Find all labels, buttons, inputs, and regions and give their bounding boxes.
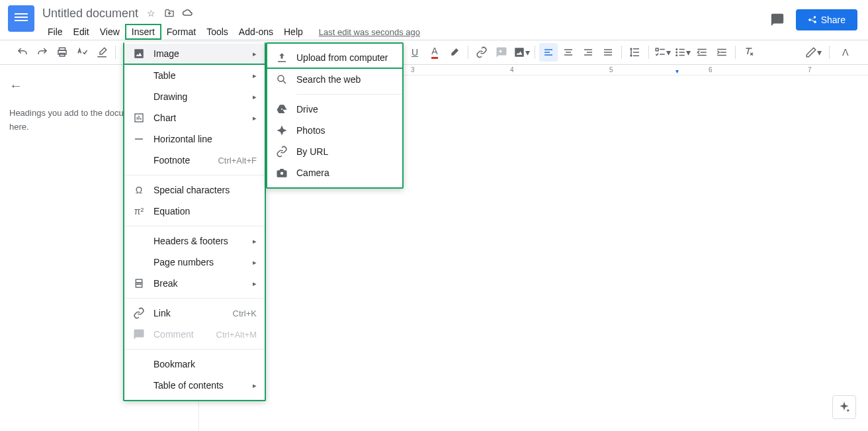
blank-icon [132, 379, 146, 392]
underline-icon[interactable]: U [406, 43, 424, 62]
close-outline-icon[interactable]: ← [9, 78, 25, 93]
insert-image-icon[interactable]: ▾ [512, 43, 531, 62]
drive-icon [275, 103, 288, 116]
ruler-tick: 5 [609, 66, 613, 73]
image-camera-item[interactable]: Camera [267, 162, 402, 183]
align-justify-icon[interactable] [599, 43, 617, 62]
share-button[interactable]: Share [796, 9, 857, 30]
menu-label: Table [153, 70, 253, 81]
menu-label: Chart [153, 113, 253, 123]
insert-bookmark-item[interactable]: Bookmark [124, 354, 265, 375]
insert-link-icon[interactable] [472, 43, 491, 62]
toolbar-separator [735, 46, 736, 59]
increase-indent-icon[interactable] [713, 43, 731, 62]
insert-link-item[interactable]: Link Ctrl+K [124, 303, 265, 324]
spellcheck-icon[interactable] [73, 43, 91, 62]
blank-icon [132, 69, 146, 82]
image-search-web-item[interactable]: Search the web [267, 69, 402, 90]
share-button-label: Share [821, 15, 846, 25]
image-by-url-item[interactable]: By URL [267, 141, 402, 162]
menu-shortcut: Ctrl+Alt+F [218, 156, 257, 166]
menu-format[interactable]: Format [161, 25, 201, 38]
ruler-tick: 3 [411, 66, 415, 73]
bulleted-list-icon[interactable]: ▾ [673, 43, 691, 62]
toolbar-separator [621, 46, 622, 59]
insert-special-chars-item[interactable]: Ω Special characters [124, 179, 265, 201]
redo-icon[interactable] [33, 43, 52, 62]
align-right-icon[interactable] [579, 43, 597, 62]
decrease-indent-icon[interactable] [693, 43, 711, 62]
toolbar-separator [829, 46, 830, 59]
ruler-tick: 6 [709, 66, 713, 73]
insert-menu-dropdown: Image ▸ Table ▸ Drawing ▸ Chart ▸ Horizo… [123, 42, 266, 401]
docs-app-icon[interactable] [8, 5, 34, 32]
image-submenu-dropdown: Upload from computer Search the web Driv… [266, 42, 404, 189]
print-icon[interactable] [53, 43, 71, 62]
last-edit-link[interactable]: Last edit was seconds ago [319, 27, 420, 37]
svg-rect-11 [136, 284, 142, 287]
right-indent-marker-icon[interactable]: ▾ [675, 68, 679, 75]
collapse-toolbar-icon[interactable]: ᐱ [836, 43, 855, 62]
link-icon [275, 145, 288, 158]
undo-icon[interactable] [13, 43, 32, 62]
submenu-arrow-icon: ▸ [253, 381, 257, 390]
menu-label: Image [153, 48, 253, 59]
menu-separator [124, 298, 265, 299]
menu-view[interactable]: View [95, 25, 125, 38]
submenu-arrow-icon: ▸ [253, 258, 257, 267]
insert-image-item[interactable]: Image ▸ [124, 44, 265, 65]
blank-icon [132, 256, 146, 269]
insert-chart-item[interactable]: Chart ▸ [124, 107, 265, 128]
insert-break-item[interactable]: Break ▸ [124, 273, 265, 294]
explore-button[interactable] [832, 395, 856, 419]
insert-page-numbers-item[interactable]: Page numbers ▸ [124, 252, 265, 273]
text-color-icon[interactable]: A [425, 43, 444, 62]
add-comment-icon[interactable] [492, 43, 511, 62]
blank-icon [132, 358, 146, 371]
image-upload-item[interactable]: Upload from computer [267, 48, 402, 69]
svg-point-12 [278, 75, 284, 81]
menu-label: Drive [296, 104, 394, 115]
star-icon[interactable]: ☆ [145, 7, 157, 19]
menu-edit[interactable]: Edit [68, 25, 95, 38]
submenu-arrow-icon: ▸ [253, 237, 257, 246]
menu-tools[interactable]: Tools [201, 25, 234, 38]
link-icon [132, 307, 146, 320]
editing-mode-icon[interactable]: ▾ [804, 43, 822, 62]
menu-file[interactable]: File [42, 25, 68, 38]
highlight-color-icon[interactable] [445, 43, 464, 62]
insert-hline-item[interactable]: Horizontal line [124, 128, 265, 150]
image-drive-item[interactable]: Drive [267, 99, 402, 120]
menu-label: By URL [296, 146, 394, 157]
cloud-status-icon[interactable] [182, 7, 194, 19]
svg-rect-10 [136, 279, 142, 283]
menu-label: Drawing [153, 91, 253, 102]
move-icon[interactable] [163, 7, 175, 19]
insert-headers-footers-item[interactable]: Headers & footers ▸ [124, 230, 265, 252]
insert-table-item[interactable]: Table ▸ [124, 65, 265, 86]
menu-label: Special characters [153, 185, 257, 195]
clear-formatting-icon[interactable] [740, 43, 758, 62]
menu-help[interactable]: Help [279, 25, 308, 38]
insert-equation-item[interactable]: π² Equation [124, 201, 265, 222]
paint-format-icon[interactable] [93, 43, 111, 62]
document-title[interactable]: Untitled document [42, 7, 138, 21]
svg-point-13 [281, 172, 284, 175]
insert-drawing-item[interactable]: Drawing ▸ [124, 86, 265, 107]
submenu-arrow-icon: ▸ [253, 93, 257, 101]
line-spacing-icon[interactable] [626, 43, 644, 62]
insert-toc-item[interactable]: Table of contents ▸ [124, 375, 265, 396]
menu-shortcut: Ctrl+K [233, 309, 257, 318]
align-left-icon[interactable] [539, 43, 558, 62]
checklist-icon[interactable]: ▾ [653, 43, 672, 62]
insert-footnote-item[interactable]: Footnote Ctrl+Alt+F [124, 150, 265, 171]
menu-insert[interactable]: Insert [125, 24, 161, 40]
image-photos-item[interactable]: Photos [267, 120, 402, 141]
ruler-tick: 7 [808, 66, 812, 73]
align-center-icon[interactable] [559, 43, 578, 62]
svg-point-7 [675, 54, 677, 56]
open-comments-icon[interactable] [768, 11, 787, 29]
menubar: File Edit View Insert Format Tools Add-o… [42, 24, 860, 40]
menu-addons[interactable]: Add-ons [234, 25, 279, 38]
svg-point-5 [675, 48, 677, 50]
